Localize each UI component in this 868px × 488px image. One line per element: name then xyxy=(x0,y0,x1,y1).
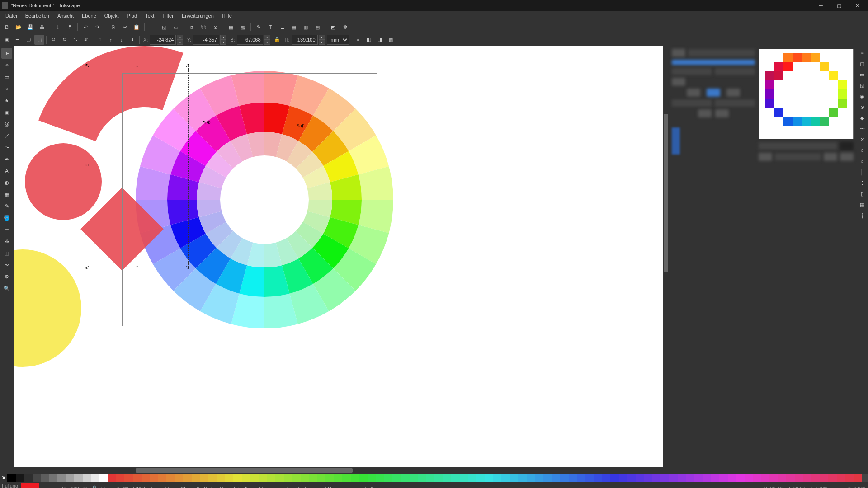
open-icon[interactable]: 📂 xyxy=(14,22,24,32)
text-dialog-icon[interactable]: T xyxy=(265,22,275,32)
palette-none[interactable]: ✕ xyxy=(0,474,7,482)
flip-v-icon[interactable]: ⇵ xyxy=(81,35,91,45)
menu-objekt[interactable]: Objekt xyxy=(101,12,123,19)
move-pattern-icon[interactable]: ▩ xyxy=(386,35,396,45)
raise-icon[interactable]: ↑ xyxy=(106,35,116,45)
text-tool[interactable]: A xyxy=(1,165,12,176)
menu-bearbeiten[interactable]: Bearbeiten xyxy=(22,12,53,19)
redo-icon[interactable]: ↷ xyxy=(92,22,102,32)
unlink-icon[interactable]: ⊘ xyxy=(210,22,220,32)
zoom-value[interactable]: 133% xyxy=(816,486,828,488)
y-input[interactable] xyxy=(193,35,219,45)
fill-dialog-icon[interactable]: ✎ xyxy=(254,22,264,32)
zoom-draw-icon[interactable]: ◱ xyxy=(159,22,169,32)
palette-scroll[interactable] xyxy=(862,474,868,482)
maximize-button[interactable]: ▢ xyxy=(830,0,848,11)
star-tool[interactable]: ★ xyxy=(1,95,12,106)
menu-pfad[interactable]: Pfad xyxy=(123,12,141,19)
w-up[interactable]: ▲ xyxy=(264,35,270,40)
snap-center-icon[interactable]: ⊙ xyxy=(858,103,866,111)
snap-guide-icon[interactable]: ┊ xyxy=(858,211,866,220)
snap-other-icon[interactable]: ⋮ xyxy=(858,179,866,187)
close-button[interactable]: ✕ xyxy=(848,0,866,11)
layer-indicator[interactable]: Ebene 1 xyxy=(101,486,120,488)
menu-ansicht[interactable]: Ansicht xyxy=(54,12,77,19)
copy-icon[interactable]: ⎘ xyxy=(108,22,118,32)
opacity-value[interactable]: 100 xyxy=(71,486,79,488)
3dbox-tool[interactable]: ▣ xyxy=(1,107,12,117)
menu-hilfe[interactable]: Hilfe xyxy=(218,12,236,19)
snap-cusp-icon[interactable]: ◊ xyxy=(858,146,866,155)
handle-sw[interactable]: ↙ xyxy=(85,265,90,269)
scale-stroke-icon[interactable]: ▫ xyxy=(353,35,363,45)
x-down[interactable]: ▼ xyxy=(177,40,183,45)
menu-text[interactable]: Text xyxy=(142,12,158,19)
lower-icon[interactable]: ↓ xyxy=(117,35,127,45)
w-input[interactable] xyxy=(237,35,263,45)
w-down[interactable]: ▼ xyxy=(264,40,270,45)
print-icon[interactable]: 🖶 xyxy=(37,22,47,32)
h-down[interactable]: ▼ xyxy=(319,40,325,45)
handle-s[interactable]: ↕ xyxy=(135,265,139,269)
undo-icon[interactable]: ↶ xyxy=(80,22,90,32)
snap-smooth-icon[interactable]: ○ xyxy=(858,157,866,165)
snap-path-icon[interactable]: 〜 xyxy=(858,125,866,133)
rotate-cw-icon[interactable]: ↻ xyxy=(59,35,69,45)
rect-tool[interactable]: ▭ xyxy=(1,71,12,82)
fill-swatch[interactable] xyxy=(21,483,39,488)
palette-swatches[interactable] xyxy=(7,474,862,482)
bezier-tool[interactable]: 〜 xyxy=(1,142,12,153)
deselect-icon[interactable]: ▢ xyxy=(24,35,33,45)
snap-intersect-icon[interactable]: ✕ xyxy=(858,136,866,144)
panel-chip[interactable] xyxy=(698,109,712,117)
dropper-tool[interactable]: ✎ xyxy=(1,201,12,211)
menu-filter[interactable]: Filter xyxy=(159,12,177,19)
mesh-tool[interactable]: ▦ xyxy=(1,189,12,200)
unit-select[interactable]: mm xyxy=(327,35,349,45)
circle-tool[interactable]: ○ xyxy=(1,83,12,94)
layers-dialog-icon[interactable]: ≣ xyxy=(277,22,287,32)
panel-accent-row[interactable] xyxy=(672,60,755,65)
menu-datei[interactable]: Datei xyxy=(2,12,21,19)
measure-tool[interactable]: ⟊ xyxy=(1,295,12,305)
connector-tool[interactable]: ⫘ xyxy=(1,259,12,270)
y-up[interactable]: ▲ xyxy=(220,35,226,40)
handle-ne[interactable]: ↗ xyxy=(185,63,190,68)
rotate-ccw-icon[interactable]: ↺ xyxy=(48,35,58,45)
cut-icon[interactable]: ✂ xyxy=(120,22,130,32)
snap-page-icon[interactable]: ▯ xyxy=(858,190,866,198)
snap-node-icon[interactable]: ◆ xyxy=(858,114,866,122)
align-icon[interactable]: ▥ xyxy=(301,22,311,32)
node-tool[interactable]: ✧ xyxy=(1,60,12,70)
panel-chip[interactable] xyxy=(726,89,740,97)
canvas[interactable]: ↖⊕↖⊕ ↖ ↕ ↗ ↔ ↙ ↕ ↘ xyxy=(14,46,669,467)
snap-bbox-icon[interactable]: ▢ xyxy=(858,60,866,68)
x-input[interactable] xyxy=(150,35,176,45)
selector-tool[interactable]: ➤ xyxy=(1,48,12,59)
flip-h-icon[interactable]: ⇋ xyxy=(70,35,80,45)
lpe-tool[interactable]: ⚙ xyxy=(1,271,12,282)
zoom-tool[interactable]: 🔍 xyxy=(1,283,12,294)
snap-grid-icon[interactable]: ▦ xyxy=(858,201,866,209)
panel-chip[interactable] xyxy=(715,109,729,117)
raise-top-icon[interactable]: ⤒ xyxy=(95,35,105,45)
export-icon[interactable]: ⭱ xyxy=(65,22,75,32)
gradient-tool[interactable]: ◐ xyxy=(1,177,12,188)
snap-toggle-icon[interactable]: ⎓ xyxy=(858,49,866,57)
toggle-box-icon[interactable]: ⬚ xyxy=(34,35,44,45)
eraser-tool[interactable]: ◫ xyxy=(1,248,12,258)
zoom-fit-icon[interactable]: ⛶ xyxy=(147,22,157,32)
zoom-page-icon[interactable]: ▭ xyxy=(171,22,181,32)
h-input[interactable] xyxy=(292,35,318,45)
scale-corners-icon[interactable]: ◧ xyxy=(364,35,374,45)
panel-chip[interactable] xyxy=(687,89,700,97)
clone-icon[interactable]: ⿻ xyxy=(198,22,208,32)
h-up[interactable]: ▲ xyxy=(319,35,325,40)
handle-se[interactable]: ↘ xyxy=(185,265,190,269)
dup-icon[interactable]: ⧉ xyxy=(187,22,197,32)
lock-aspect-icon[interactable]: 🔒 xyxy=(272,35,282,45)
snap-edge-icon[interactable]: ▭ xyxy=(858,70,866,79)
x-up[interactable]: ▲ xyxy=(177,35,183,40)
spray-tool[interactable]: ❉ xyxy=(1,236,12,247)
pencil-tool[interactable]: ／ xyxy=(1,130,12,141)
